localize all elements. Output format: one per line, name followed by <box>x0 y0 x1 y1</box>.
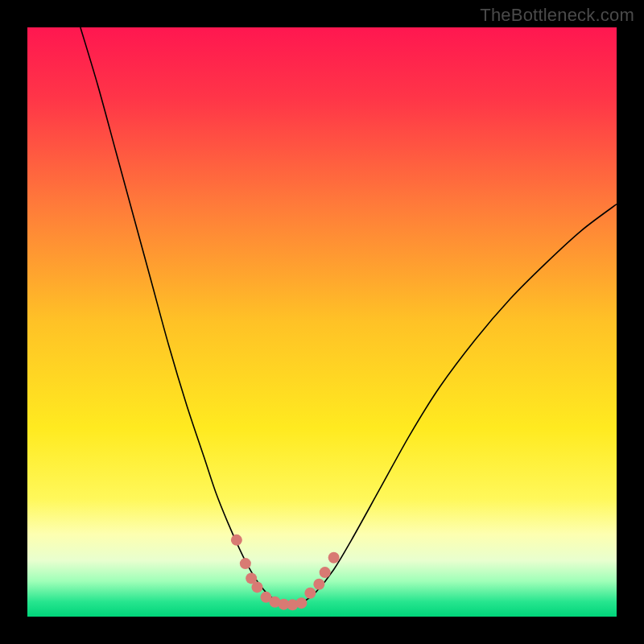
watermark-text: TheBottleneck.com <box>480 5 634 26</box>
bottleneck-curve <box>80 27 617 605</box>
marker-dot <box>295 597 307 609</box>
plot-area <box>27 27 617 617</box>
marker-dot <box>240 558 251 569</box>
curve-layer <box>27 27 617 617</box>
marker-dot <box>320 567 331 578</box>
chart-frame: TheBottleneck.com <box>0 0 644 644</box>
marker-dots-group <box>231 535 340 611</box>
marker-dot <box>328 552 340 564</box>
marker-dot <box>251 581 262 592</box>
marker-dot <box>304 588 316 599</box>
marker-dot <box>231 535 242 546</box>
marker-dot <box>313 579 324 590</box>
